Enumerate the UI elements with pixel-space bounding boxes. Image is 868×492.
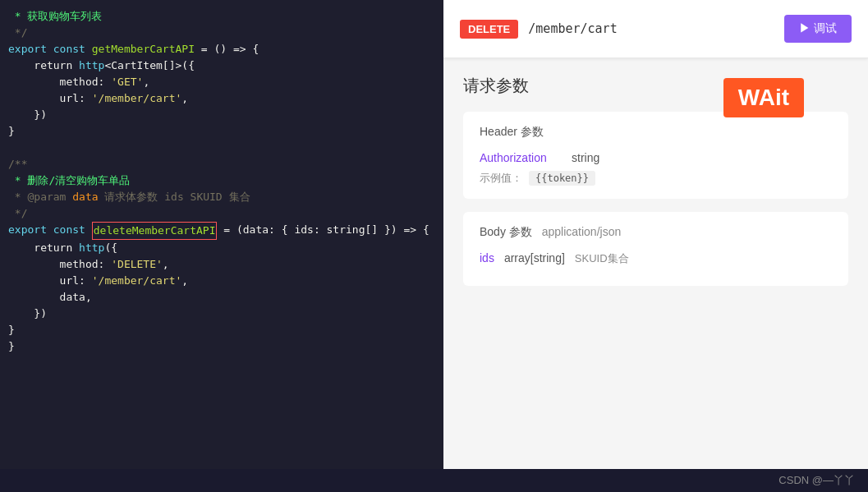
code-line: return http<CartItem[]>({ bbox=[0, 57, 443, 74]
example-row: 示例值： {{token}} bbox=[480, 171, 832, 186]
body-type: application/json bbox=[542, 225, 622, 238]
code-line: export const getMemberCartAPI = () => { bbox=[0, 41, 443, 57]
wait-badge: WAit bbox=[723, 78, 804, 117]
ids-name: ids bbox=[480, 251, 494, 264]
code-line: /** bbox=[0, 156, 443, 172]
method-badge: DELETE bbox=[460, 20, 518, 39]
code-line: } bbox=[0, 338, 443, 355]
example-label: 示例值： bbox=[480, 171, 522, 186]
header-section-title: Header 参数 bbox=[480, 125, 832, 140]
example-value: {{token}} bbox=[529, 171, 595, 186]
code-line: * @param data 请求体参数 ids SKUID 集合 bbox=[0, 189, 443, 205]
test-button[interactable]: ▶ 调试 bbox=[784, 15, 852, 43]
authorization-type: string bbox=[572, 151, 599, 164]
code-line: } bbox=[0, 322, 443, 338]
body-section-title: Body 参数 application/json bbox=[480, 225, 832, 240]
code-line: data, bbox=[0, 289, 443, 306]
code-line: * 获取购物车列表 bbox=[0, 8, 443, 25]
code-line: method: 'GET', bbox=[0, 74, 443, 90]
bottom-bar: CSDN @—丫丫 bbox=[0, 469, 868, 492]
code-line bbox=[0, 140, 443, 156]
code-line: */ bbox=[0, 25, 443, 41]
code-line: * 删除/清空购物车单品 bbox=[0, 172, 443, 189]
code-line: method: 'DELETE', bbox=[0, 256, 443, 273]
ids-type: array[string] bbox=[504, 251, 565, 264]
code-line: url: '/member/cart', bbox=[0, 273, 443, 289]
code-line: export const deleteMemberCartAPI = (data… bbox=[0, 222, 443, 240]
header-param-section: Header 参数 Authorization string 示例值： {{to… bbox=[463, 112, 848, 199]
ids-row: ids array[string] SKUID集合 bbox=[480, 251, 832, 266]
code-line: }) bbox=[0, 107, 443, 123]
api-url: /member/cart bbox=[528, 21, 774, 36]
api-panel: DELETE /member/cart ▶ 调试 请求参数 Header 参数 … bbox=[443, 0, 868, 492]
code-line: }) bbox=[0, 306, 443, 322]
api-body: 请求参数 Header 参数 Authorization string 示例值：… bbox=[443, 58, 868, 492]
bottom-bar-text: CSDN @—丫丫 bbox=[778, 473, 855, 488]
authorization-row: Authorization string bbox=[480, 151, 832, 164]
body-param-section: Body 参数 application/json ids array[strin… bbox=[463, 212, 848, 286]
code-line: */ bbox=[0, 205, 443, 222]
api-header: DELETE /member/cart ▶ 调试 bbox=[443, 0, 868, 58]
code-panel: * 获取购物车列表 */export const getMemberCartAP… bbox=[0, 0, 443, 492]
code-line: } bbox=[0, 123, 443, 140]
ids-desc: SKUID集合 bbox=[575, 251, 629, 266]
authorization-name: Authorization bbox=[480, 151, 562, 164]
code-line: url: '/member/cart', bbox=[0, 90, 443, 107]
code-line: return http({ bbox=[0, 240, 443, 256]
